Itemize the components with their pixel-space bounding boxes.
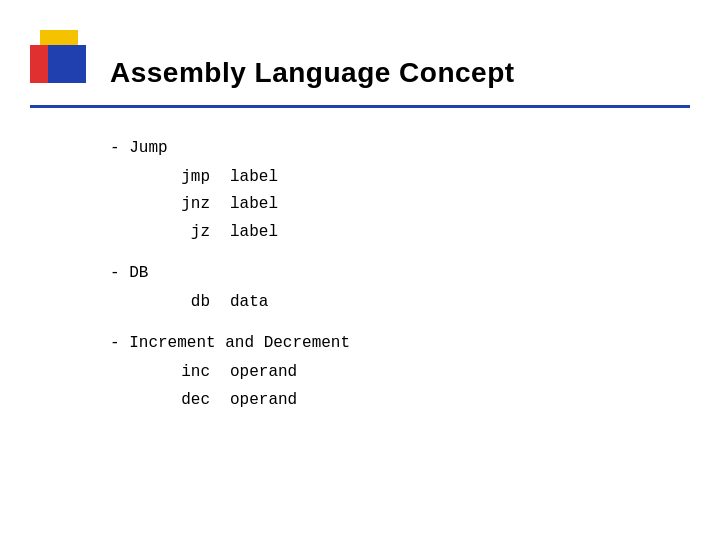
instruction-jz: jz label <box>110 219 350 246</box>
instruction-db: db data <box>110 289 350 316</box>
instruction-jmp: jmp label <box>110 164 350 191</box>
logo-decoration <box>30 30 100 100</box>
header-divider <box>30 105 690 108</box>
section-inc-dec-label: - Increment and Decrement <box>110 330 350 357</box>
instruction-jnz: jnz label <box>110 191 350 218</box>
section-jump-label: - Jump <box>110 135 350 162</box>
slide-title: Assembly Language Concept <box>110 57 515 89</box>
blue-block <box>48 45 86 83</box>
section-db-label: - DB <box>110 260 350 287</box>
instruction-dec: dec operand <box>110 387 350 414</box>
instruction-inc: inc operand <box>110 359 350 386</box>
content-area: - Jump jmp label jnz label jz label - DB… <box>110 125 350 414</box>
slide: Assembly Language Concept - Jump jmp lab… <box>0 0 720 540</box>
